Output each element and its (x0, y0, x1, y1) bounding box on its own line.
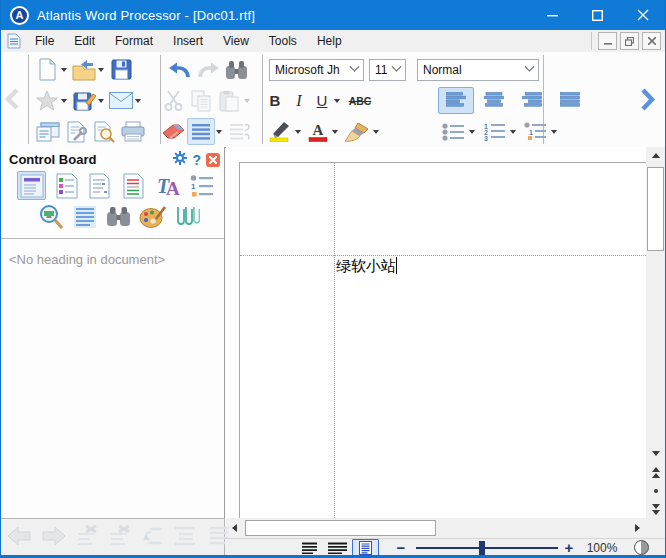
font-size-combobox[interactable]: 11 (369, 59, 406, 81)
menu-view[interactable]: View (213, 31, 259, 51)
paste-button[interactable] (215, 87, 243, 114)
web-layout-button[interactable] (324, 539, 350, 556)
control-board-help-button[interactable]: ? (192, 152, 201, 168)
maximize-button[interactable] (575, 0, 620, 30)
select-browse-object-button[interactable] (646, 483, 665, 499)
horizontal-scrollbar[interactable] (226, 518, 646, 538)
control-board-settings-button[interactable] (173, 151, 187, 169)
control-board-overlook-tab[interactable] (36, 202, 65, 231)
draft-view-button[interactable] (297, 539, 321, 556)
horizontal-scroll-thumb[interactable] (245, 520, 436, 536)
align-left-button[interactable] (438, 87, 474, 114)
zoom-in-button[interactable]: + (559, 539, 579, 556)
font-name-combobox[interactable]: Microsoft Jh (269, 59, 364, 81)
menu-format[interactable]: Format (105, 31, 163, 51)
paste-dropdown[interactable] (244, 99, 250, 103)
control-board-paragraphs-tab[interactable] (70, 202, 99, 231)
control-board-colors-tab[interactable] (138, 202, 167, 231)
promote-heading-button[interactable] (76, 524, 100, 552)
doc-restore-button[interactable] (620, 32, 639, 50)
zoom-slider[interactable] (416, 547, 558, 549)
print-preview-button[interactable] (90, 118, 118, 145)
close-button[interactable] (620, 0, 665, 30)
line-spacing-dropdown[interactable] (216, 130, 222, 134)
save-button[interactable] (108, 56, 134, 83)
font-color-dropdown[interactable] (332, 130, 338, 134)
control-board-headings-tab[interactable] (17, 171, 46, 200)
vertical-scrollbar[interactable] (646, 147, 665, 518)
style-combobox[interactable]: Normal (417, 59, 539, 81)
highlight-dropdown[interactable] (295, 130, 301, 134)
minimize-button[interactable] (530, 0, 575, 30)
eraser-button[interactable] (159, 118, 187, 145)
find-button[interactable] (222, 56, 250, 83)
document-canvas[interactable]: 绿软小站 (226, 147, 646, 518)
zoom-slider-thumb[interactable] (479, 541, 485, 555)
menu-insert[interactable]: Insert (163, 31, 213, 51)
demote-heading-button[interactable] (109, 524, 133, 552)
align-center-button[interactable] (476, 87, 512, 114)
control-board-fields-tab[interactable] (85, 171, 114, 200)
control-board-review-tab[interactable] (119, 171, 148, 200)
nav-forward-button[interactable] (41, 525, 67, 551)
underline-dropdown[interactable] (334, 99, 340, 103)
open-dropdown[interactable] (98, 68, 104, 72)
save-as-button[interactable] (71, 87, 97, 114)
control-board-attachments-tab[interactable] (172, 202, 201, 231)
open-button[interactable] (71, 56, 97, 83)
format-painter-button[interactable] (342, 118, 372, 145)
document-text[interactable]: 绿软小站 (336, 257, 397, 276)
strikethrough-button[interactable]: ABC (344, 87, 376, 114)
align-right-button[interactable] (514, 87, 550, 114)
menu-file[interactable]: File (25, 31, 64, 51)
collapse-headings-button[interactable] (173, 525, 197, 551)
print-button[interactable] (118, 118, 148, 145)
zoom-out-button[interactable]: − (391, 539, 411, 556)
document-options-button[interactable] (62, 118, 90, 145)
document-icon[interactable] (7, 33, 21, 49)
clear-formatting-button[interactable] (226, 118, 254, 145)
next-page-button[interactable] (646, 501, 665, 518)
bold-button[interactable]: B (263, 87, 287, 114)
contrast-toggle-button[interactable] (630, 539, 652, 556)
save-as-dropdown[interactable] (98, 99, 104, 103)
control-board-bookmarks-tab[interactable] (51, 171, 80, 200)
menu-help[interactable]: Help (307, 31, 352, 51)
scroll-right-button[interactable] (629, 518, 646, 538)
multilevel-list-button[interactable]: 1 (520, 118, 550, 145)
font-color-button[interactable]: A (305, 118, 331, 145)
bullets-dropdown[interactable] (469, 130, 475, 134)
vertical-scroll-thumb[interactable] (647, 167, 664, 251)
underline-button[interactable]: U (311, 87, 333, 114)
highlight-button[interactable] (266, 118, 294, 145)
scroll-down-button[interactable] (646, 445, 665, 462)
email-button[interactable] (108, 87, 134, 114)
numbering-button[interactable]: 123 (479, 118, 509, 145)
numbering-dropdown[interactable] (510, 130, 516, 134)
line-spacing-button[interactable] (187, 118, 215, 145)
favorites-button[interactable] (34, 87, 60, 114)
italic-button[interactable]: I (287, 87, 311, 114)
copy-button[interactable] (187, 87, 215, 114)
redo-button[interactable] (194, 56, 222, 83)
email-dropdown[interactable] (135, 99, 141, 103)
control-board-dropcaps-tab[interactable]: TA (153, 171, 182, 200)
menu-edit[interactable]: Edit (64, 31, 105, 51)
control-board-find-tab[interactable] (104, 202, 133, 231)
multilevel-list-dropdown[interactable] (551, 130, 557, 134)
move-heading-button[interactable] (142, 525, 164, 551)
control-board-outline-tab[interactable]: 1 (187, 171, 216, 200)
file-manager-button[interactable] (34, 118, 62, 145)
doc-minimize-button[interactable] (598, 32, 617, 50)
new-document-button[interactable] (34, 56, 60, 83)
doc-close-button[interactable] (642, 32, 661, 50)
control-board-close-button[interactable] (206, 153, 220, 167)
menu-tools[interactable]: Tools (259, 31, 307, 51)
print-layout-button[interactable] (352, 539, 379, 556)
favorites-dropdown[interactable] (61, 99, 67, 103)
nav-back-button[interactable] (6, 525, 32, 551)
scroll-up-button[interactable] (646, 147, 665, 164)
cut-button[interactable] (159, 87, 187, 114)
previous-page-button[interactable] (646, 464, 665, 481)
bullets-button[interactable] (438, 118, 468, 145)
